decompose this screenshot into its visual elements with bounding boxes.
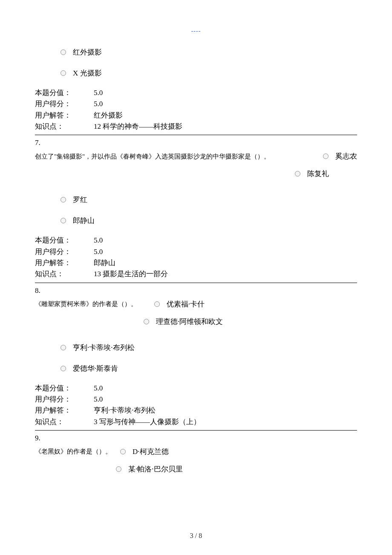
q6-option[interactable]: X 光摄影 <box>61 68 357 78</box>
knowledge-label: 知识点： <box>35 269 94 280</box>
score-label: 本题分值： <box>35 87 94 98</box>
score-label: 本题分值： <box>35 235 94 246</box>
header-dashes: ---- <box>35 28 357 35</box>
user-answer-label: 用户解答： <box>35 110 94 121</box>
radio-icon <box>61 345 66 350</box>
q6-knowledge: 12 科学的神奇——科技摄影 <box>94 122 182 130</box>
q8-number: 8. <box>35 286 357 295</box>
q6-option-label: X 光摄影 <box>73 68 102 78</box>
q6-score: 5.0 <box>94 89 103 97</box>
q7-prompt: 创立了"集锦摄影"，并以作品《春树奇峰》入选英国摄影沙龙的中华摄影家是（）。 <box>35 153 270 160</box>
q9-option[interactable]: D·柯克兰德 <box>120 447 169 457</box>
knowledge-label: 知识点： <box>35 416 94 428</box>
divider <box>35 430 357 431</box>
radio-icon <box>323 153 329 159</box>
q7-option-label: 郎静山 <box>73 216 95 225</box>
radio-icon <box>116 466 121 472</box>
q8-option[interactable]: 优素福·卡什 <box>154 299 205 309</box>
radio-icon <box>61 70 66 76</box>
q8-option-label: 亨利·卡蒂埃·布列松 <box>73 343 135 353</box>
knowledge-label: 知识点： <box>35 121 94 132</box>
q9-option-label: 某·帕洛·巴尔贝里 <box>128 464 183 474</box>
q7-option-label: 罗红 <box>73 195 87 205</box>
q7-score-block: 本题分值：5.0 用户得分：5.0 用户解答：郎静山 知识点：13 摄影是生活的… <box>35 235 357 280</box>
q9-prompt: 《老黑奴》的作者是（）。 <box>35 448 112 456</box>
radio-icon <box>144 319 149 324</box>
q6-score-block: 本题分值：5.0 用户得分：5.0 用户解答：红外摄影 知识点：12 科学的神奇… <box>35 87 357 132</box>
divider <box>35 135 357 135</box>
q8-knowledge: 3 写形与传神——人像摄影（上） <box>94 418 201 426</box>
q7-option-label: 奚志农 <box>335 151 357 161</box>
page-number: 3 / 8 <box>0 532 392 540</box>
q7-option[interactable]: 陈复礼 <box>295 169 357 179</box>
q7-user-answer: 郎静山 <box>94 259 115 267</box>
q8-prompt: 《雕塑家贾柯米蒂》的作者是（）。 <box>35 300 137 308</box>
q9-option-label: D·柯克兰德 <box>133 447 169 457</box>
q9-option[interactable]: 某·帕洛·巴尔贝里 <box>116 464 357 474</box>
q6-user-answer: 红外摄影 <box>94 111 123 119</box>
q7-number: 7. <box>35 139 357 147</box>
divider <box>35 283 357 283</box>
q6-user-score: 5.0 <box>94 100 103 108</box>
user-score-label: 用户得分： <box>35 246 94 257</box>
q8-option-label: 优素福·卡什 <box>167 299 205 309</box>
q8-option-label: 爱德华·斯泰肯 <box>73 364 118 373</box>
user-answer-label: 用户解答： <box>35 405 94 416</box>
q9-number: 9. <box>35 434 357 442</box>
radio-icon <box>61 49 66 55</box>
q8-option[interactable]: 理查德·阿维顿和欧文 <box>144 317 357 327</box>
radio-icon <box>295 171 300 176</box>
q8-user-answer: 亨利·卡蒂埃·布列松 <box>94 406 156 414</box>
q7-option[interactable]: 罗红 <box>61 195 357 205</box>
radio-icon <box>120 449 126 454</box>
radio-icon <box>61 366 66 371</box>
q7-user-score: 5.0 <box>94 248 103 256</box>
radio-icon <box>61 218 66 223</box>
q8-option[interactable]: 爱德华·斯泰肯 <box>61 364 357 373</box>
q8-score: 5.0 <box>94 384 103 392</box>
score-label: 本题分值： <box>35 383 94 394</box>
q8-user-score: 5.0 <box>94 395 103 403</box>
q7-knowledge: 13 摄影是生活的一部分 <box>94 270 168 278</box>
q7-option-label: 陈复礼 <box>307 169 329 179</box>
q8-option[interactable]: 亨利·卡蒂埃·布列松 <box>61 343 357 353</box>
q8-option-label: 理查德·阿维顿和欧文 <box>156 317 223 327</box>
radio-icon <box>154 301 160 307</box>
q7-option[interactable]: 郎静山 <box>61 216 357 225</box>
q8-score-block: 本题分值：5.0 用户得分：5.0 用户解答：亨利·卡蒂埃·布列松 知识点：3 … <box>35 383 357 428</box>
user-score-label: 用户得分： <box>35 98 94 110</box>
q7-score: 5.0 <box>94 236 103 244</box>
user-score-label: 用户得分： <box>35 394 94 405</box>
q7-option[interactable]: 奚志农 <box>323 151 357 161</box>
radio-icon <box>61 197 66 202</box>
q6-option-label: 红外摄影 <box>73 47 102 57</box>
user-answer-label: 用户解答： <box>35 257 94 269</box>
q6-option[interactable]: 红外摄影 <box>61 47 357 57</box>
